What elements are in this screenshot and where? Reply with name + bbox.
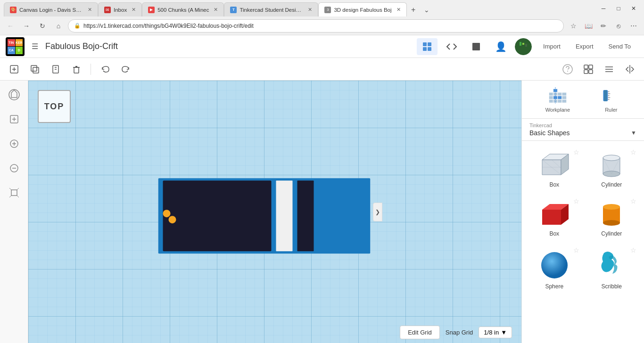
undo-button[interactable]	[97, 61, 114, 78]
delete-icon	[72, 65, 81, 74]
delete-button[interactable]	[68, 61, 85, 78]
svg-rect-62	[549, 99, 553, 103]
cylinder-gray-svg	[594, 150, 628, 179]
svg-point-91	[603, 204, 620, 210]
new-tab-button[interactable]: +	[407, 3, 420, 16]
send-to-button[interactable]: Send To	[601, 40, 638, 53]
minimize-button[interactable]: ─	[597, 2, 610, 15]
svg-rect-8	[525, 44, 527, 47]
shapes-dropdown[interactable]: Basic Shapes ▼	[529, 129, 636, 137]
maximize-button[interactable]: □	[612, 2, 625, 15]
svg-rect-17	[74, 67, 79, 73]
home-nav-button[interactable]: ⌂	[52, 19, 65, 33]
read-mode-button[interactable]: 📖	[582, 19, 595, 33]
tab-canvas[interactable]: 🎨 Canvas Login - Davis Schoo ✕	[4, 2, 98, 16]
close-button[interactable]: ✕	[627, 2, 640, 15]
tab-overflow-button[interactable]: ⌄	[420, 3, 433, 16]
favorites-button[interactable]: ☆	[567, 19, 580, 33]
workplane-tool[interactable]: Workplane	[545, 86, 570, 113]
shape-item-sphere-blue[interactable]: ☆ Sphere	[526, 243, 583, 295]
logo-cell-tin: TIN	[8, 39, 15, 47]
title-bar: 🎨 Canvas Login - Davis Schoo ✕ ✉ Inbox ✕…	[0, 0, 644, 16]
perspective-button[interactable]	[4, 182, 25, 203]
tab-inbox[interactable]: ✉ Inbox ✕	[98, 2, 142, 16]
svg-point-90	[603, 220, 620, 226]
fit-view-icon	[8, 113, 21, 126]
avatar-icon	[518, 41, 529, 52]
view-label-box[interactable]: TOP	[38, 90, 71, 123]
import-export-bar: Import Export Send To	[536, 40, 638, 53]
shapes-panel-button[interactable]	[580, 61, 597, 78]
svg-rect-60	[558, 96, 561, 99]
tab-close-tinkercad-student[interactable]: ✕	[308, 7, 312, 13]
forward-button[interactable]: →	[20, 19, 33, 33]
shape-item-box-red[interactable]: ☆ Box	[526, 194, 583, 243]
address-input[interactable]: 🔒 https://v1.tinkercad.com/things/bG4W0k…	[68, 19, 564, 33]
svg-point-83	[603, 155, 620, 161]
shape-star-scribble[interactable]: ☆	[630, 246, 636, 254]
back-button[interactable]: ←	[4, 19, 17, 33]
svg-rect-61	[562, 96, 566, 99]
svg-point-92	[541, 252, 568, 278]
tab-favicon-music: ▶	[148, 7, 155, 13]
refresh-button[interactable]: ↻	[36, 19, 49, 33]
viewport[interactable]: TOP	[28, 81, 521, 343]
ruler-tool[interactable]: Ruler	[602, 86, 620, 113]
tab-music[interactable]: ▶ 500 Chunks (A Minec ✕	[142, 2, 224, 16]
shape-item-cylinder-orange[interactable]: ☆ Cylinder	[583, 194, 641, 243]
pen-button[interactable]: ✏	[597, 19, 610, 33]
shape-item-cylinder-gray[interactable]: ☆ Cylinder	[583, 145, 641, 194]
more-button[interactable]: ⋯	[627, 19, 640, 33]
redo-button[interactable]	[117, 61, 134, 78]
add-user-button[interactable]: 👤	[490, 38, 511, 55]
svg-rect-56	[558, 92, 561, 96]
shape-star-cylinder-gray[interactable]: ☆	[630, 148, 636, 156]
shape-name-cylinder-gray: Cylinder	[601, 181, 622, 188]
zoom-out-button[interactable]	[4, 158, 25, 179]
svg-line-42	[17, 196, 19, 197]
align-button[interactable]	[601, 61, 618, 78]
shape-star-cylinder-orange[interactable]: ☆	[630, 197, 636, 205]
menu-button[interactable]: ☰	[28, 40, 41, 53]
shape-star-box-red[interactable]: ☆	[573, 197, 579, 205]
import-button[interactable]: Import	[536, 40, 568, 53]
code-view-button[interactable]	[441, 38, 462, 55]
shape-star-box-gray[interactable]: ☆	[573, 148, 579, 156]
box-gray-svg	[537, 150, 571, 179]
zoom-in-button[interactable]	[4, 133, 25, 154]
svg-rect-25	[589, 70, 593, 74]
box-red-svg	[537, 199, 571, 228]
view-label[interactable]: TOP	[38, 90, 71, 123]
collapse-panel-button[interactable]: ❯	[373, 203, 382, 221]
duplicate-button[interactable]	[26, 61, 43, 78]
tinkercad-logo[interactable]: TIN KER CA D	[6, 37, 25, 56]
right-tools	[559, 61, 638, 78]
home-view-button[interactable]	[4, 84, 25, 105]
copy-button[interactable]	[47, 61, 64, 78]
shape-item-scribble[interactable]: ☆ Scribble	[583, 243, 641, 295]
help-button[interactable]	[559, 61, 576, 78]
tab-title-canvas: Canvas Login - Davis Schoo	[19, 7, 83, 13]
fit-view-button[interactable]	[4, 109, 25, 130]
shape-item-box-gray[interactable]: ☆ Box	[526, 145, 583, 194]
snap-grid-select[interactable]: 1/8 in ▼	[479, 327, 512, 338]
user-avatar[interactable]	[515, 38, 532, 55]
tab-tinkercad-student[interactable]: T Tinkercad Student Design C ✕	[224, 2, 318, 16]
3d-view-button[interactable]	[466, 38, 487, 55]
design-title: Fabulous Bojo-Crift	[45, 41, 413, 51]
new-object-button[interactable]	[6, 61, 23, 78]
tab-close-inbox[interactable]: ✕	[132, 7, 136, 13]
edit-grid-button[interactable]: Edit Grid	[400, 326, 440, 339]
tab-close-3d-design[interactable]: ✕	[396, 7, 401, 13]
shape-star-sphere-blue[interactable]: ☆	[573, 246, 579, 254]
tab-close-music[interactable]: ✕	[214, 7, 218, 13]
tab-3d-design[interactable]: 3 3D design Fabulous Boj ✕	[318, 2, 406, 16]
share-button[interactable]: ⎋	[612, 19, 625, 33]
grid-view-button[interactable]	[417, 38, 438, 55]
tab-close-canvas[interactable]: ✕	[88, 7, 92, 13]
svg-rect-64	[558, 99, 561, 103]
export-button[interactable]: Export	[568, 40, 601, 53]
mirror-button[interactable]	[621, 61, 638, 78]
code-view-icon	[446, 41, 457, 52]
svg-rect-5	[518, 41, 529, 52]
